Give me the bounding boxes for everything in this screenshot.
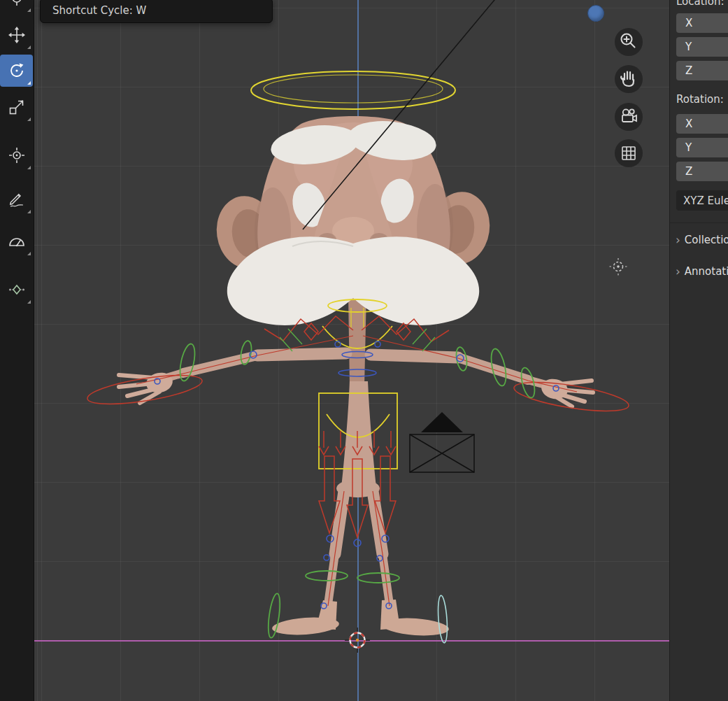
chevron-right-icon: › [676,234,680,246]
axis-label: X [685,118,692,130]
toggle-grid-button[interactable] [615,139,643,167]
toolbar [0,0,34,701]
move-arrows-icon [8,26,26,44]
tool-rotate[interactable] [0,55,33,87]
annotate-pencil-icon [8,190,26,208]
chevron-right-icon: › [676,266,680,278]
empty-object [410,412,474,472]
navigation-gizmo-ball[interactable] [587,5,604,22]
axis-label: Z [685,165,692,178]
transform-sidebar: Location: X Y Z Rotation: X Y Z XYZ Eule… [669,0,728,701]
cyan-ring [437,595,449,644]
rotation-y-field[interactable]: Y [676,138,728,157]
hand-icon [615,65,643,93]
axis-label: X [685,17,692,29]
tool-move[interactable] [0,19,33,51]
scale-icon [8,98,26,116]
panel-separator [670,222,728,223]
location-y-field[interactable]: Y [676,37,728,57]
measure-protractor-icon [8,232,26,250]
axis-label: Y [685,41,692,53]
location-z-field[interactable]: Z [676,61,728,80]
rotation-z-field[interactable]: Z [676,162,728,181]
transform-gizmo-icon [8,146,26,164]
cursor-3d [345,628,370,653]
axis-label: Y [685,141,692,154]
location-x-field[interactable]: X [676,13,728,33]
tooltip: Shortcut Cycle: W [40,0,273,23]
section-collections[interactable]: › Collections [670,229,728,250]
magnifier-plus-icon [615,28,643,56]
pan-button[interactable] [615,65,643,93]
halo [251,71,455,109]
light-object-icon [610,258,627,276]
tool-cursor[interactable] [0,0,33,14]
breakdowner-diamond-icon [8,281,26,299]
tool-scale[interactable] [0,91,33,123]
rotation-label: Rotation: [676,93,724,106]
rotation-mode-value: XYZ Euler [683,194,728,207]
camera-icon [615,103,643,131]
rotation-x-field[interactable]: X [676,114,728,134]
cursor-crosshair-icon [8,0,26,7]
zoom-button[interactable] [615,28,643,56]
rotate-icon [8,62,26,80]
tool-annotate[interactable] [0,183,33,215]
axis-label: Z [685,64,692,77]
tooltip-text: Shortcut Cycle: W [52,4,146,17]
rotation-mode-dropdown[interactable]: XYZ Euler [676,190,728,211]
tool-transform[interactable] [0,139,33,171]
grid-icon [615,139,643,167]
section-annotations[interactable]: › Annotations [670,261,728,282]
tool-pose-breakdowner[interactable] [0,274,33,306]
section-label: Collections [685,234,728,246]
location-label: Location: [676,0,725,8]
section-label: Annotations [685,265,728,278]
tool-measure[interactable] [0,225,33,257]
camera-view-button[interactable] [615,103,643,131]
